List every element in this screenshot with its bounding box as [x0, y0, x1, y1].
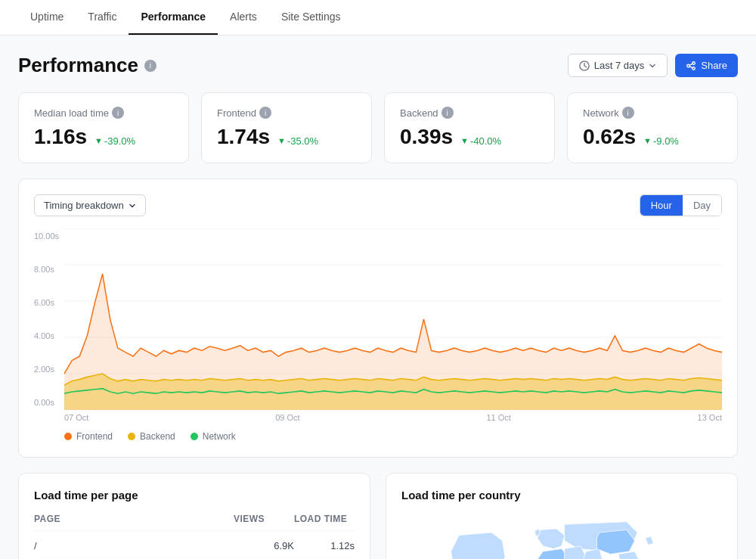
hour-day-toggle: Hour Day	[640, 194, 722, 216]
row-views-0: 6.9K	[234, 540, 294, 551]
row-loadtime-0: 1.12s	[294, 540, 355, 551]
y-label-0: 10.00s	[34, 231, 63, 241]
y-label-4: 2.00s	[34, 365, 63, 374]
legend-dot-frontend	[64, 433, 72, 440]
backend-info-icon[interactable]: i	[442, 107, 454, 119]
day-toggle-button[interactable]: Day	[683, 195, 721, 216]
performance-info-icon[interactable]: i	[144, 60, 156, 72]
col-loadtime-header: Load time	[294, 514, 355, 524]
arrow-down-icon-4: ▼	[643, 136, 652, 145]
metric-label-backend: Backend i	[400, 107, 539, 119]
chart-card: Timing breakdown Hour Day 10.00s 8.00s 6…	[18, 179, 738, 458]
share-icon	[686, 61, 696, 71]
chart-svg	[64, 228, 722, 410]
chart-container: 10.00s 8.00s 6.00s 4.00s 2.00s 0.00s	[34, 228, 722, 410]
metric-label-network: Network i	[583, 107, 722, 119]
share-button[interactable]: Share	[675, 54, 738, 77]
metric-label-median: Median load time i	[34, 107, 173, 119]
nav-traffic[interactable]: Traffic	[76, 0, 129, 35]
metric-label-frontend: Frontend i	[217, 107, 356, 119]
page-header: Performance i Last 7 days Share	[18, 54, 738, 77]
network-info-icon[interactable]: i	[622, 107, 634, 119]
hour-toggle-button[interactable]: Hour	[640, 195, 683, 216]
y-label-1: 8.00s	[34, 265, 63, 274]
map-svg	[401, 514, 722, 559]
main-nav: Uptime Traffic Performance Alerts Site S…	[0, 0, 756, 36]
page-title-row: Performance i	[18, 54, 156, 77]
load-time-table-card: Load time per page Page Views Load time …	[18, 473, 370, 559]
header-actions: Last 7 days Share	[568, 54, 738, 77]
date-range-button[interactable]: Last 7 days	[568, 54, 668, 77]
metrics-row: Median load time i 1.16s ▼ -39.0% Fronte…	[18, 92, 738, 163]
metric-value-frontend: 1.74s ▼ -35.0%	[217, 125, 356, 149]
nav-performance[interactable]: Performance	[129, 0, 218, 35]
x-label-11oct: 11 Oct	[486, 413, 510, 422]
arrow-down-icon-2: ▼	[277, 136, 286, 145]
metric-card-network: Network i 0.62s ▼ -9.0%	[567, 92, 738, 163]
bottom-row: Load time per page Page Views Load time …	[18, 473, 738, 559]
metric-card-backend: Backend i 0.39s ▼ -40.0%	[384, 92, 555, 163]
timing-breakdown-dropdown[interactable]: Timing breakdown	[34, 194, 146, 216]
y-label-3: 4.00s	[34, 331, 63, 340]
arrow-down-icon-3: ▼	[460, 136, 469, 145]
metric-change-network: ▼ -9.0%	[643, 135, 679, 147]
metric-value-network: 0.62s ▼ -9.0%	[583, 125, 722, 149]
country-map-title: Load time per country	[401, 489, 722, 502]
country-map-card: Load time per country	[386, 473, 738, 559]
chart-inner	[64, 228, 722, 410]
row-page-0: /	[34, 540, 234, 551]
median-info-icon[interactable]: i	[112, 107, 124, 119]
frontend-info-icon[interactable]: i	[259, 107, 271, 119]
metric-card-median: Median load time i 1.16s ▼ -39.0%	[18, 92, 189, 163]
chevron-down-icon	[649, 62, 656, 70]
col-views-header: Views	[234, 514, 294, 524]
x-label-09oct: 09 Oct	[275, 413, 299, 422]
arrow-down-icon: ▼	[94, 136, 103, 145]
table-header: Page Views Load time	[34, 514, 355, 531]
metric-card-frontend: Frontend i 1.74s ▼ -35.0%	[201, 92, 372, 163]
metric-change-frontend: ▼ -35.0%	[277, 135, 318, 147]
metric-change-median: ▼ -39.0%	[94, 135, 135, 147]
page-title: Performance	[18, 54, 138, 77]
load-time-table-title: Load time per page	[34, 489, 355, 502]
date-range-label: Last 7 days	[594, 60, 645, 71]
chart-legend: Frontend Backend Network	[34, 431, 722, 442]
legend-backend: Backend	[128, 431, 175, 442]
y-label-5: 0.00s	[34, 398, 63, 407]
y-axis: 10.00s 8.00s 6.00s 4.00s 2.00s 0.00s	[34, 228, 63, 410]
legend-dot-network	[191, 433, 198, 440]
metric-change-backend: ▼ -40.0%	[460, 135, 501, 147]
world-map	[401, 514, 722, 559]
metric-value-backend: 0.39s ▼ -40.0%	[400, 125, 539, 149]
main-content: Performance i Last 7 days Share Median l…	[0, 36, 756, 559]
clock-icon	[579, 61, 590, 71]
x-label-13oct: 13 Oct	[698, 413, 722, 422]
chart-header: Timing breakdown Hour Day	[34, 194, 722, 216]
x-axis-labels: 07 Oct 09 Oct 11 Oct 13 Oct	[34, 413, 722, 422]
legend-network: Network	[191, 431, 236, 442]
nav-alerts[interactable]: Alerts	[218, 0, 269, 35]
dropdown-chevron-icon	[129, 202, 136, 210]
nav-uptime[interactable]: Uptime	[18, 0, 76, 35]
metric-value-median: 1.16s ▼ -39.0%	[34, 125, 173, 149]
y-label-2: 6.00s	[34, 298, 63, 307]
table-row: / 6.9K 1.12s	[34, 534, 355, 558]
col-page-header: Page	[34, 514, 234, 524]
share-label: Share	[701, 60, 727, 71]
x-label-07oct: 07 Oct	[64, 413, 88, 422]
legend-frontend: Frontend	[64, 431, 113, 442]
legend-dot-backend	[128, 433, 135, 440]
nav-site-settings[interactable]: Site Settings	[269, 0, 353, 35]
